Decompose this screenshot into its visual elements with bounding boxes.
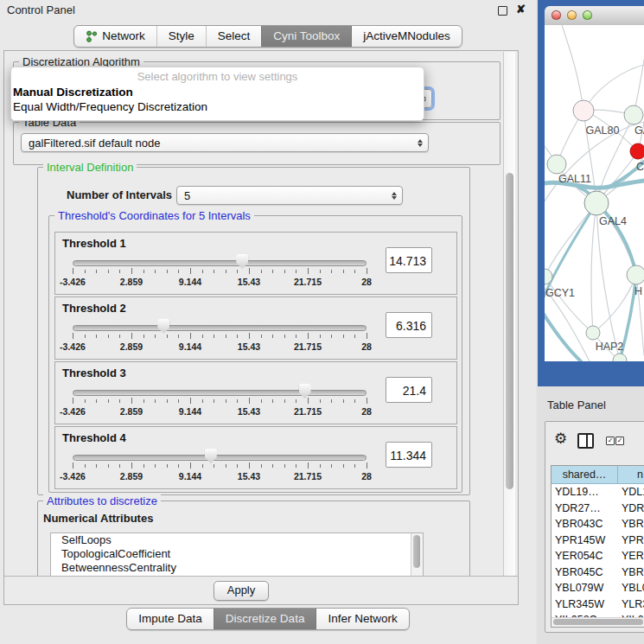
table-data-group: Table Data galFiltered.sif default node (13, 122, 501, 165)
close-panel-icon[interactable]: ✘ (516, 3, 526, 16)
table-row[interactable]: YBR045CYBR0 (552, 564, 644, 581)
table-row[interactable]: YDR27…YDR2 (552, 501, 644, 517)
table-data-value: galFiltered.sif default node (29, 137, 160, 150)
threshold-3-slider[interactable]: -3.4262.8599.14415.4321.71528 (73, 383, 367, 421)
algorithm-option-manual[interactable]: Manual Discretization (11, 85, 424, 99)
tab-jactivemnodules[interactable]: jActiveMNodules (351, 26, 462, 47)
tab-style[interactable]: Style (156, 26, 206, 47)
node-table: shared… n YDL19…YDL1YDR27…YDR2YBR043CYBR… (551, 465, 644, 628)
algorithm-option-equal-width[interactable]: Equal Width/Frequency Discretization (11, 99, 424, 114)
apply-button[interactable]: Apply (214, 581, 269, 601)
network-node[interactable] (630, 143, 644, 159)
minimize-window-icon[interactable] (567, 10, 577, 20)
network-node[interactable] (573, 100, 594, 121)
attribute-list-item[interactable]: TopologicalCoefficient (51, 547, 423, 561)
slider-thumb[interactable] (205, 449, 217, 463)
numerical-attributes-label: Numerical Attributes (43, 512, 153, 525)
tab-cyni-toolbox[interactable]: Cyni Toolbox (261, 26, 351, 47)
table-row[interactable]: YBL079WYBL0 (552, 580, 644, 596)
number-of-intervals-combobox[interactable]: 5 (176, 186, 403, 205)
table-row[interactable]: YPR145WYPR1 (552, 532, 644, 549)
table-row[interactable]: YER054CYER0 (552, 548, 644, 564)
threshold-4-slider[interactable]: -3.4262.8599.14415.4321.71528 (73, 448, 367, 486)
panel-footer: Apply (4, 576, 518, 603)
algorithm-dropdown-popup: Select algorithm to view settings Manual… (10, 67, 424, 121)
checkbox-icon[interactable]: ✓ (615, 437, 624, 445)
slider-rail (73, 390, 367, 396)
network-node[interactable] (627, 265, 644, 284)
float-panel-icon[interactable] (498, 6, 507, 16)
table-row[interactable]: YDL19…YDL1 (552, 484, 644, 501)
table-cell: YDR27… (552, 501, 617, 517)
close-window-icon[interactable] (552, 10, 561, 20)
attribute-list-item[interactable]: SelfLoops (51, 533, 423, 547)
threshold-4-label: Threshold 4 (62, 431, 126, 444)
table-horizontal-scrollbar[interactable] (552, 617, 644, 627)
slider-thumb[interactable] (236, 254, 248, 269)
threshold-2-value-field[interactable]: 6.316 (386, 312, 432, 338)
network-node[interactable] (584, 191, 609, 215)
attributes-group: Attributes to discretize Numerical Attri… (37, 501, 470, 576)
scrollbar-thumb[interactable] (413, 535, 420, 568)
table-panel-title: Table Panel (547, 399, 606, 411)
threshold-3-value-field[interactable]: 21.4 (386, 377, 432, 403)
column-header-name[interactable]: n (618, 466, 644, 483)
cyni-content-panel: Discretization Algorithm Table Data galF… (3, 50, 519, 605)
columns-icon[interactable] (577, 433, 594, 449)
network-node[interactable] (547, 155, 566, 174)
zoom-window-icon[interactable] (583, 10, 592, 20)
table-cell: YDR2 (617, 501, 644, 517)
node-label: GCY1 (545, 287, 575, 299)
number-of-intervals-value: 5 (184, 189, 190, 202)
network-window-titlebar[interactable] (545, 6, 644, 26)
attributes-list-scrollbar[interactable] (411, 533, 423, 576)
node-label: GA (634, 124, 644, 137)
column-header-shared-name[interactable]: shared… (552, 466, 618, 483)
panel-vertical-scrollbar[interactable] (503, 52, 515, 576)
threshold-1-slider[interactable]: -3.4262.8599.14415.4321.71528 (73, 253, 367, 291)
slider-thumb[interactable] (157, 319, 169, 334)
threshold-4-value-field[interactable]: 11.344 (386, 442, 432, 468)
table-row[interactable]: YBR043CYBR0 (552, 516, 644, 532)
threshold-1-panel: Threshold 1 -3.4262.8599.14415.4321.7152… (54, 232, 457, 295)
table-cell: YDL19… (552, 484, 617, 501)
network-node[interactable] (586, 326, 600, 340)
tab-select[interactable]: Select (206, 26, 262, 47)
algorithm-placeholder-option: Select algorithm to view settings (11, 67, 424, 85)
table-row[interactable]: YLR345WYLR3 (552, 596, 644, 613)
scrollbar-thumb[interactable] (553, 619, 643, 625)
thresholds-coordinates-title: Threshold's Coordinates for 5 Intervals (54, 209, 254, 222)
table-data-combobox[interactable]: galFiltered.sif default node (21, 133, 429, 152)
network-canvas[interactable]: GAL80GACGAL11GAL4HGCY1HAP2 (545, 25, 644, 361)
table-panel: Table Panel ⚙ ✓ ✓ shared… n YDL19…YDL1YD… (538, 386, 644, 644)
slider-ticks (73, 333, 367, 341)
tab-impute-data[interactable]: Impute Data (127, 609, 214, 629)
gear-icon[interactable]: ⚙ (554, 430, 567, 448)
slider-tick-labels: -3.4262.8599.14415.4321.71528 (73, 277, 367, 287)
numerical-attributes-list[interactable]: SelfLoopsTopologicalCoefficientBetweenne… (50, 532, 424, 576)
attribute-list-item[interactable]: BetweennessCentrality (51, 561, 423, 575)
tab-discretize-data[interactable]: Discretize Data (214, 609, 316, 629)
interval-definition-group: Interval Definition Number of Intervals … (37, 167, 470, 495)
thresholds-coordinates-group: Threshold's Coordinates for 5 Intervals … (48, 215, 462, 493)
threshold-1-value-field[interactable]: 14.713 (386, 247, 432, 273)
threshold-2-slider[interactable]: -3.4262.8599.14415.4321.71528 (73, 318, 367, 356)
tab-network[interactable]: Network (74, 26, 156, 47)
table-cell: YBR043C (552, 516, 617, 532)
threshold-2-label: Threshold 2 (62, 302, 126, 315)
network-node[interactable] (624, 105, 643, 124)
interval-definition-title: Interval Definition (43, 161, 137, 174)
node-label: H (634, 285, 642, 297)
checkbox-icon[interactable]: ✓ (606, 437, 615, 445)
slider-thumb[interactable] (299, 384, 311, 399)
threshold-3-panel: Threshold 3 -3.4262.8599.14415.4321.7152… (54, 361, 457, 424)
threshold-3-label: Threshold 3 (62, 367, 126, 379)
table-cell: YBL079W (552, 580, 617, 596)
slider-ticks (73, 462, 367, 470)
table-cell: YBR0 (617, 564, 644, 581)
scrollbar-thumb[interactable] (506, 173, 513, 489)
network-node[interactable] (613, 354, 627, 361)
tab-infer-network[interactable]: Infer Network (316, 609, 408, 629)
table-cell: YER0 (617, 548, 644, 564)
number-of-intervals-label: Number of Intervals (67, 188, 172, 201)
